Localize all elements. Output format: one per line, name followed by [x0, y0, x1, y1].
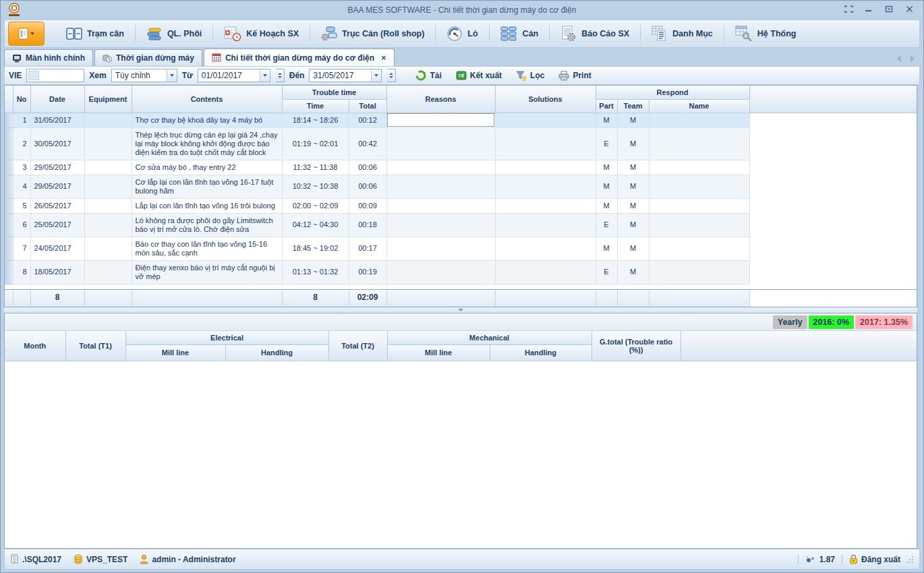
cell-no[interactable]: 2	[13, 127, 30, 160]
row-indicator[interactable]	[5, 260, 13, 284]
from-date-input[interactable]: 01/01/2017	[198, 69, 270, 82]
restore-button[interactable]	[884, 5, 894, 13]
cell-date[interactable]: 26/05/2017	[30, 198, 84, 213]
from-date-spin-button[interactable]	[276, 69, 285, 82]
cell-name[interactable]	[649, 160, 749, 175]
cell-equipment[interactable]	[84, 127, 132, 160]
tab-chi-tiet-thoi-gian[interactable]: Chi tiết thời gian dừng máy do cơ điện ×	[204, 49, 395, 66]
from-date-dropdown-button[interactable]	[260, 69, 270, 82]
row-indicator[interactable]	[5, 113, 13, 127]
ribbon-item-tram-can[interactable]: Trạm cân	[55, 21, 135, 47]
filter-button[interactable]: Lọc	[511, 69, 549, 82]
cell-name[interactable]	[649, 175, 749, 198]
cell-no[interactable]: 7	[13, 237, 30, 260]
column-header-electrical-handling[interactable]: Handling	[225, 344, 328, 361]
cell-team[interactable]: M	[617, 160, 649, 175]
panel-splitter[interactable]	[4, 307, 917, 313]
cell-solutions[interactable]	[495, 260, 596, 284]
load-button[interactable]: Tải	[411, 69, 446, 82]
cell-reasons[interactable]	[386, 260, 495, 284]
cell-reasons[interactable]	[386, 160, 495, 175]
cell-no[interactable]: 3	[13, 160, 30, 175]
cell-equipment[interactable]	[84, 160, 132, 175]
close-button[interactable]	[904, 5, 914, 13]
cell-reasons[interactable]	[386, 127, 495, 160]
cell-no[interactable]: 8	[13, 260, 30, 284]
column-group-trouble-time[interactable]: Trouble time	[282, 86, 386, 99]
cell-date[interactable]: 25/05/2017	[30, 213, 84, 237]
row-indicator[interactable]	[5, 127, 13, 160]
cell-name[interactable]	[649, 127, 749, 160]
column-header-no[interactable]: No	[13, 86, 30, 113]
tab-thoi-gian-dung-may[interactable]: Thời gian dừng máy	[94, 49, 202, 66]
cell-contents[interactable]: Thép lệch trục dừng cán ép lại giá 24 ,c…	[132, 127, 282, 160]
language-input[interactable]	[26, 69, 84, 82]
ribbon-item-ke-hoach-sx[interactable]: Kế Hoạch SX	[213, 21, 310, 47]
column-header-date[interactable]: Date	[30, 86, 84, 113]
ribbon-item-truc-can[interactable]: Trục Cán (Roll shop)	[310, 21, 435, 47]
cell-no[interactable]: 4	[13, 175, 30, 198]
cell-name[interactable]	[649, 113, 749, 127]
cell-part[interactable]: M	[596, 160, 617, 175]
tab-scroll-right-icon[interactable]	[911, 55, 915, 62]
cell-date[interactable]: 30/05/2017	[30, 127, 84, 160]
cell-time[interactable]: 02:00 ~ 02:09	[282, 198, 349, 213]
cell-name[interactable]	[649, 198, 749, 213]
cell-team[interactable]: M	[617, 260, 649, 284]
logout-button[interactable]: Đăng xuất	[849, 554, 900, 564]
row-indicator[interactable]	[5, 237, 13, 260]
cell-no[interactable]: 5	[13, 198, 30, 213]
minimize-button[interactable]	[864, 5, 873, 13]
ribbon-item-bao-cao-sx[interactable]: Báo Cáo SX	[550, 21, 640, 47]
cell-time[interactable]: 11:32 ~ 11:38	[282, 160, 349, 175]
ribbon-item-he-thong[interactable]: Hệ Thống	[724, 21, 807, 47]
ribbon-item-ql-phoi[interactable]: QL. Phôi	[136, 21, 212, 47]
cell-reasons[interactable]	[386, 213, 495, 237]
cell-solutions[interactable]	[495, 237, 596, 260]
column-header-team[interactable]: Team	[617, 99, 649, 113]
cell-team[interactable]: M	[617, 237, 649, 260]
cell-time[interactable]: 01:19 ~ 02:01	[282, 127, 349, 160]
cell-reasons[interactable]	[386, 198, 495, 213]
view-combobox[interactable]: Tùy chỉnh	[111, 69, 177, 82]
resize-grip[interactable]	[906, 555, 914, 564]
column-group-electrical[interactable]: Electrical	[125, 331, 328, 344]
cell-total[interactable]: 00:09	[349, 198, 386, 213]
column-header-total-t2[interactable]: Total (T2)	[328, 331, 387, 361]
column-group-respond[interactable]: Respond	[596, 86, 749, 99]
column-header-gtotal[interactable]: G.total (Trouble ratio (%))	[591, 331, 681, 361]
cell-reasons-focused[interactable]	[386, 113, 495, 127]
cell-time[interactable]: 18:14 ~ 18:26	[282, 113, 349, 127]
cell-part[interactable]: M	[596, 237, 617, 260]
print-button[interactable]: Print	[554, 69, 596, 82]
column-group-mechanical[interactable]: Mechanical	[387, 331, 591, 344]
cell-name[interactable]	[649, 237, 749, 260]
cell-contents[interactable]: Cơ lắp lại con lăn tĩnh tạo võng 16-17 t…	[132, 175, 282, 198]
row-indicator[interactable]	[5, 175, 13, 198]
to-date-input[interactable]: 31/05/2017	[309, 69, 382, 82]
cell-name[interactable]	[649, 213, 749, 237]
cell-solutions[interactable]	[495, 127, 596, 160]
cell-reasons[interactable]	[386, 175, 495, 198]
column-header-name[interactable]: Name	[649, 99, 749, 113]
cell-part[interactable]: E	[596, 127, 617, 160]
column-header-total-t1[interactable]: Total (T1)	[65, 331, 125, 361]
row-indicator[interactable]	[5, 160, 13, 175]
row-indicator[interactable]	[5, 213, 13, 237]
cell-date[interactable]: 29/05/2017	[30, 175, 84, 198]
tab-close-icon[interactable]: ×	[378, 53, 386, 63]
cell-solutions[interactable]	[495, 160, 596, 175]
column-header-reasons[interactable]: Reasons	[386, 86, 495, 113]
cell-date[interactable]: 18/05/2017	[30, 260, 84, 284]
ribbon-item-lo[interactable]: Lò	[436, 21, 488, 47]
cell-solutions[interactable]	[495, 175, 596, 198]
cell-equipment[interactable]	[84, 213, 132, 237]
cell-contents[interactable]: Lắp lại con lăn tĩnh tạo võng 16 trôi bu…	[132, 198, 282, 213]
cell-date[interactable]: 24/05/2017	[30, 237, 84, 260]
cell-total[interactable]: 00:06	[349, 175, 386, 198]
app-menu-button[interactable]	[8, 22, 45, 46]
column-header-month[interactable]: Month	[5, 331, 65, 361]
column-header-time[interactable]: Time	[282, 99, 349, 113]
cell-total[interactable]: 00:17	[349, 237, 386, 260]
cell-part[interactable]: M	[596, 175, 617, 198]
